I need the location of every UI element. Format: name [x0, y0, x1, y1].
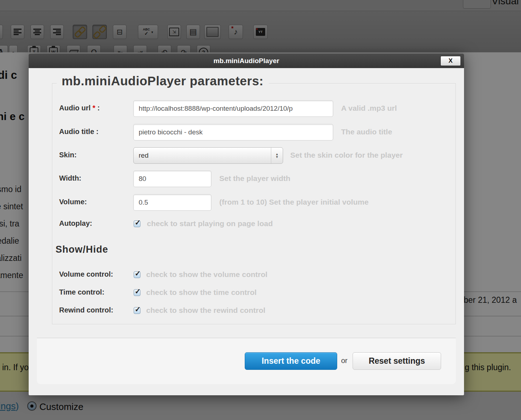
insert-code-button[interactable]: Insert the code [245, 352, 337, 370]
arrow-down-icon: ▼ [276, 156, 279, 158]
miniaudioplayer-dialog: mb.miniAudioPlayer X mb.miniAudioPlayer … [29, 54, 464, 395]
show-hide-heading: Show/Hide [56, 244, 108, 255]
skin-label: Skin: [59, 151, 77, 159]
select-spinner: ▲ ▼ [271, 148, 283, 163]
rewind-control-hint: check to show the rewind control [146, 306, 266, 315]
volume-hint: (from 1 to 10) Set the player initial vo… [219, 198, 369, 206]
time-control-label: Time control: [59, 288, 104, 296]
rewind-control-checkbox[interactable]: ✓ [134, 307, 140, 314]
time-control-checkbox[interactable]: ✓ [134, 289, 140, 296]
skin-hint: Set the skin color for the player [290, 151, 403, 159]
time-control-hint: check to show the time control [146, 288, 257, 297]
reset-settings-button[interactable]: Reset settings [353, 352, 441, 370]
or-label: or [341, 357, 348, 365]
rewind-control-label: Rewind control: [59, 306, 113, 314]
parameters-legend: mb.miniAudioPlayer parameters: [57, 74, 269, 88]
skin-select[interactable]: red ▲ ▼ [133, 147, 283, 164]
audio-title-input[interactable] [133, 124, 333, 140]
autoplay-checkbox[interactable]: ✓ [134, 220, 140, 227]
autoplay-label: Autoplay: [59, 219, 92, 228]
autoplay-hint: check to start playing on page load [147, 219, 273, 228]
skin-select-value: red [134, 152, 271, 159]
audio-url-hint: A valid .mp3 url [341, 104, 397, 113]
volume-control-checkbox[interactable]: ✓ [134, 271, 140, 278]
dialog-title: mb.miniAudioPlayer [29, 54, 464, 68]
close-button[interactable]: X [440, 56, 461, 66]
volume-control-label: Volume control: [59, 270, 113, 278]
checkmark-icon: ✓ [135, 287, 141, 296]
width-input[interactable] [133, 171, 211, 187]
width-label: Width: [59, 174, 81, 182]
volume-control-hint: check to show the volume control [146, 270, 267, 279]
checkmark-icon: ✓ [135, 305, 141, 314]
checkmark-icon: ✓ [135, 218, 141, 227]
audio-title-hint: The audio title [341, 128, 392, 136]
required-asterisk: * [92, 104, 95, 112]
volume-input[interactable] [133, 194, 211, 211]
audio-url-label: Audio url * : [59, 104, 100, 112]
audio-title-label: Audio title : [59, 128, 99, 136]
volume-label: Volume: [59, 198, 87, 206]
dialog-titlebar[interactable]: mb.miniAudioPlayer X [29, 54, 464, 68]
audio-url-input[interactable] [133, 100, 333, 117]
width-hint: Set the player width [219, 174, 290, 183]
checkmark-icon: ✓ [135, 269, 141, 278]
close-icon: X [449, 57, 453, 65]
